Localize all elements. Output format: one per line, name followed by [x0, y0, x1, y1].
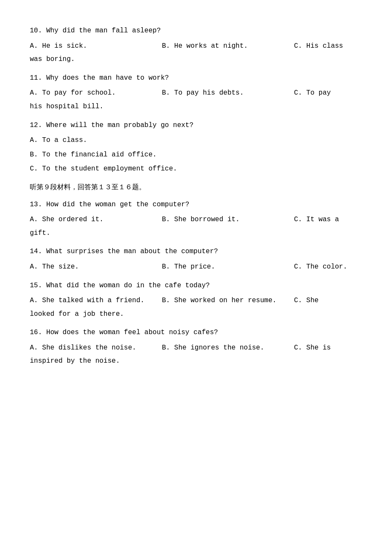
question-13-answer-c-part1: C. It was a [294, 214, 362, 225]
question-15-answer-c-part1: C. She [294, 295, 362, 306]
question-11: 11. Why does the man have to work? A. To… [30, 73, 362, 113]
question-12-answer-a: A. To a class. [30, 135, 362, 146]
question-15-answers: A. She talked with a friend. B. She work… [30, 295, 362, 306]
question-15-answer-c-part2: looked for a job there. [30, 309, 362, 320]
question-14-answer-a: A. The size. [30, 262, 162, 273]
question-16-answer-a: A. She dislikes the noise. [30, 343, 162, 354]
question-11-answer-b: B. To pay his debts. [162, 88, 294, 99]
question-12-text: 12. Where will the man probably go next? [30, 120, 362, 131]
question-16-answers: A. She dislikes the noise. B. She ignore… [30, 343, 362, 354]
question-12-answer-b: B. To the financial aid office. [30, 150, 362, 161]
page-content: 10. Why did the man fall asleep? A. He i… [30, 26, 362, 367]
question-11-answer-a: A. To pay for school. [30, 88, 162, 99]
question-10-answer-c-part1: C. His class [294, 41, 362, 52]
question-13-answer-b: B. She borrowed it. [162, 214, 294, 225]
question-13-answers: A. She ordered it. B. She borrowed it. C… [30, 214, 362, 225]
question-13-answer-c-part2: gift. [30, 228, 362, 239]
question-16-answer-c-part2: inspired by the noise. [30, 356, 362, 367]
question-15: 15. What did the woman do in the cafe to… [30, 280, 362, 320]
question-12-answer-c: C. To the student employment office. [30, 164, 362, 175]
question-16-answer-b: B. She ignores the noise. [162, 343, 294, 354]
question-10-answer-a: A. He is sick. [30, 41, 162, 52]
question-14-answer-b: B. The price. [162, 262, 294, 273]
question-11-answer-c-part1: C. To pay [294, 88, 362, 99]
question-12: 12. Where will the man probably go next?… [30, 120, 362, 175]
question-15-answer-b: B. She worked on her resume. [162, 295, 294, 306]
question-10-answer-c-part2: was boring. [30, 54, 362, 65]
question-10: 10. Why did the man fall asleep? A. He i… [30, 26, 362, 65]
question-15-answer-a: A. She talked with a friend. [30, 295, 162, 306]
question-16-text: 16. How does the woman feel about noisy … [30, 327, 362, 338]
question-16-answer-c-part1: C. She is [294, 343, 362, 354]
question-10-text: 10. Why did the man fall asleep? [30, 26, 362, 37]
question-10-answer-b: B. He works at night. [162, 41, 294, 52]
question-14-answers: A. The size. B. The price. C. The color. [30, 262, 362, 273]
question-13-text: 13. How did the woman get the computer? [30, 199, 362, 211]
question-14: 14. What surprises the man about the com… [30, 246, 362, 272]
question-15-text: 15. What did the woman do in the cafe to… [30, 280, 362, 292]
question-14-answer-c: C. The color. [294, 262, 362, 273]
question-13: 13. How did the woman get the computer? … [30, 199, 362, 239]
question-10-answers: A. He is sick. B. He works at night. C. … [30, 41, 362, 52]
question-14-text: 14. What surprises the man about the com… [30, 246, 362, 257]
question-11-answers: A. To pay for school. B. To pay his debt… [30, 88, 362, 99]
question-11-text: 11. Why does the man have to work? [30, 73, 362, 84]
question-16: 16. How does the woman feel about noisy … [30, 327, 362, 367]
question-11-answer-c-part2: his hospital bill. [30, 101, 362, 113]
section-9-header: 听第９段材料，回答第１３至１６题。 [30, 182, 362, 194]
question-13-answer-a: A. She ordered it. [30, 214, 162, 225]
